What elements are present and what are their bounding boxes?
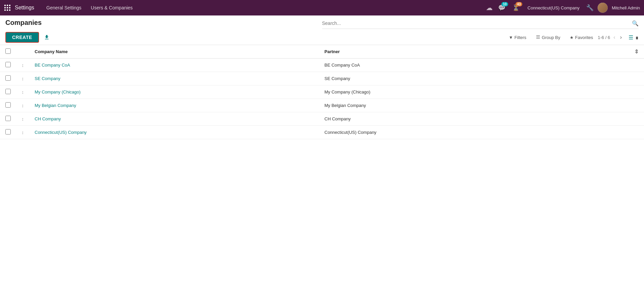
company-name-link[interactable]: CH Company <box>35 116 61 121</box>
table-row: ↕ Connecticut(US) Company Connecticut(US… <box>0 126 644 139</box>
partner-name-cell: My Belgian Company <box>319 99 629 112</box>
drag-handle-cell: ↕ <box>16 112 29 126</box>
row-settings-cell <box>629 72 644 85</box>
nav-users-companies[interactable]: Users & Companies <box>87 4 137 12</box>
row-checkbox-1[interactable] <box>5 75 11 81</box>
main-content: Companies 🔍 CREATE ▼ Filters Group By <box>0 15 644 305</box>
list-view-button[interactable]: ☰ <box>629 34 633 41</box>
topbar-icons: ☁ 💬 10 ⏳ 43 Connecticut(US) Company 🔧 Mi… <box>486 3 640 13</box>
companies-table: Company Name Partner ⇕ ↕ BE Company CoA … <box>0 45 644 139</box>
favorites-label: Favorites <box>575 35 593 40</box>
topbar-company: Connecticut(US) Company <box>528 5 580 10</box>
row-checkbox-cell <box>0 112 16 126</box>
group-by-label: Group By <box>542 35 560 40</box>
drag-handle-cell: ↕ <box>16 85 29 99</box>
filter-controls: ▼ Filters Group By ★ Favorites <box>507 33 595 42</box>
search-input[interactable] <box>322 21 632 26</box>
partner-name-cell: CH Company <box>319 112 629 126</box>
row-checkbox-4[interactable] <box>5 116 11 121</box>
svg-rect-6 <box>4 9 6 11</box>
drag-handle-cell: ↕ <box>16 59 29 72</box>
group-by-icon <box>536 35 540 40</box>
prev-page-button[interactable]: ‹ <box>612 34 616 41</box>
company-name-link[interactable]: Connecticut(US) Company <box>35 130 87 135</box>
create-button[interactable]: CREATE <box>5 32 39 43</box>
row-settings-cell <box>629 85 644 99</box>
partner-name-cell: Connecticut(US) Company <box>319 126 629 139</box>
row-checkbox-0[interactable] <box>5 62 11 67</box>
kanban-view-button[interactable]: ∎ <box>635 34 639 41</box>
svg-rect-9 <box>536 35 540 36</box>
drag-handle-icon[interactable]: ↕ <box>22 63 24 68</box>
table-row: ↕ My Belgian Company My Belgian Company <box>0 99 644 112</box>
company-name-col-header[interactable]: Company Name <box>29 45 319 59</box>
drag-handle-icon[interactable]: ↕ <box>22 130 24 135</box>
svg-rect-8 <box>9 9 10 11</box>
svg-rect-11 <box>536 38 540 38</box>
company-name-cell: CH Company <box>29 112 319 126</box>
partner-col-header[interactable]: Partner <box>319 45 629 59</box>
filters-label: Filters <box>515 35 526 40</box>
row-checkbox-5[interactable] <box>5 129 11 135</box>
app-title: Settings <box>15 5 34 11</box>
row-checkbox-2[interactable] <box>5 89 11 94</box>
table-row: ↕ BE Company CoA BE Company CoA <box>0 59 644 72</box>
search-icon[interactable]: 🔍 <box>632 20 639 27</box>
filter-icon: ▼ <box>509 35 513 40</box>
cloud-icon-btn[interactable]: ☁ <box>486 4 493 12</box>
drag-handle-icon[interactable]: ↕ <box>22 89 24 95</box>
drag-handle-cell: ↕ <box>16 99 29 112</box>
svg-rect-2 <box>9 5 10 6</box>
company-name-link[interactable]: SE Company <box>35 76 61 81</box>
table-body: ↕ BE Company CoA BE Company CoA ↕ SE Com… <box>0 59 644 139</box>
drag-handle-icon[interactable]: ↕ <box>22 116 24 122</box>
page-title: Companies <box>5 19 322 27</box>
drag-handle-cell: ↕ <box>16 126 29 139</box>
activity-badge: 43 <box>516 2 522 6</box>
row-checkbox-cell <box>0 126 16 139</box>
username-label: Mitchell Admin <box>612 5 640 10</box>
select-all-checkbox[interactable] <box>5 48 11 54</box>
user-avatar[interactable] <box>598 3 608 13</box>
toolbar: CREATE ▼ Filters Group By ★ Favorites <box>0 30 644 45</box>
group-by-button[interactable]: Group By <box>534 33 562 42</box>
svg-rect-5 <box>9 7 10 8</box>
star-icon: ★ <box>570 35 574 40</box>
chat-icon-btn[interactable]: 💬 10 <box>498 4 505 11</box>
svg-rect-7 <box>7 9 8 11</box>
nav-general-settings[interactable]: General Settings <box>42 4 85 12</box>
partner-name-cell: BE Company CoA <box>319 59 629 72</box>
company-name-link[interactable]: My Belgian Company <box>35 103 76 108</box>
table-container: Company Name Partner ⇕ ↕ BE Company CoA … <box>0 45 644 139</box>
import-button[interactable] <box>42 33 52 42</box>
row-settings-cell <box>629 126 644 139</box>
settings-col-header: ⇕ <box>629 45 644 59</box>
svg-rect-10 <box>536 37 540 37</box>
pagination-text: 1-6 / 6 <box>598 35 610 40</box>
table-header-row: Company Name Partner ⇕ <box>0 45 644 59</box>
drag-handle-icon[interactable]: ↕ <box>22 76 24 81</box>
row-checkbox-cell <box>0 99 16 112</box>
company-name-link[interactable]: My Company (Chicago) <box>35 89 81 94</box>
topbar-nav: General Settings Users & Companies <box>42 4 137 12</box>
chat-badge: 10 <box>501 2 508 6</box>
activity-icon-btn[interactable]: ⏳ 43 <box>512 4 520 11</box>
next-page-button[interactable]: › <box>619 34 623 41</box>
row-checkbox-cell <box>0 59 16 72</box>
debug-icon[interactable]: 🔧 <box>586 4 594 11</box>
filters-button[interactable]: ▼ Filters <box>507 34 528 41</box>
favorites-button[interactable]: ★ Favorites <box>568 34 595 41</box>
company-name-link[interactable]: BE Company CoA <box>35 63 70 68</box>
svg-rect-3 <box>4 7 6 8</box>
company-name-cell: My Company (Chicago) <box>29 85 319 99</box>
drag-handle-icon[interactable]: ↕ <box>22 103 24 108</box>
column-settings-icon[interactable]: ⇕ <box>634 49 639 54</box>
topbar: Settings General Settings Users & Compan… <box>0 0 644 15</box>
row-checkbox-cell <box>0 72 16 85</box>
row-checkbox-3[interactable] <box>5 102 11 108</box>
table-row: ↕ SE Company SE Company <box>0 72 644 85</box>
table-row: ↕ My Company (Chicago) My Company (Chica… <box>0 85 644 99</box>
view-toggle: ☰ ∎ <box>629 34 639 41</box>
apps-menu-icon[interactable] <box>4 4 11 11</box>
company-name-cell: Connecticut(US) Company <box>29 126 319 139</box>
